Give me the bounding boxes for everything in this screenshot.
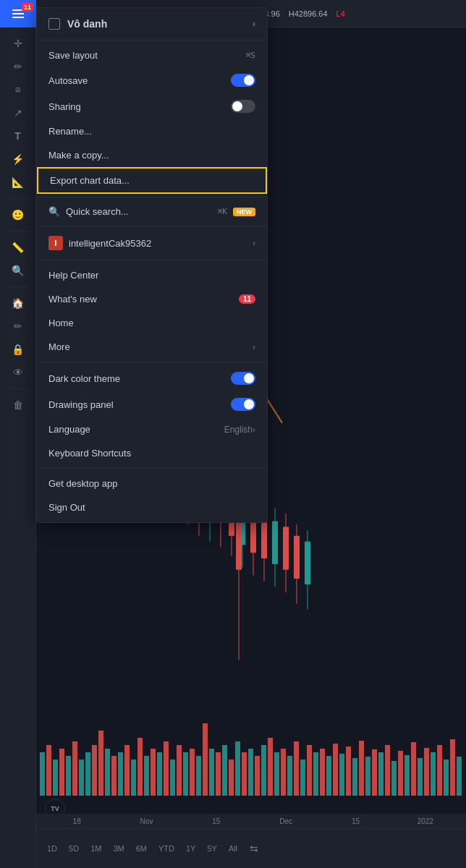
svg-rect-96 [326, 756, 331, 796]
svg-rect-81 [229, 760, 234, 796]
timeframe-5d[interactable]: 5D [64, 841, 84, 856]
svg-rect-87 [268, 738, 273, 796]
sidebar-measure-icon[interactable]: 📐 [5, 172, 31, 192]
svg-rect-112 [431, 752, 436, 796]
timeframe-5y[interactable]: 5Y [202, 841, 221, 856]
timeframe-1d[interactable]: 1D [42, 841, 62, 856]
sidebar-emoji-icon[interactable]: 🙂 [5, 205, 31, 225]
svg-rect-47 [294, 536, 300, 579]
svg-rect-95 [320, 749, 325, 796]
menu-item-sign-out[interactable]: Sign Out [37, 495, 267, 519]
sidebar-separator3 [8, 286, 28, 287]
replay-icon[interactable]: ⇆ [250, 843, 258, 854]
sidebar-pencil-icon[interactable]: ✏ [5, 56, 31, 77]
timeframe-ytd[interactable]: YTD [153, 841, 179, 856]
svg-rect-55 [59, 749, 64, 796]
menu-item-export-chart[interactable]: Export chart data... [37, 167, 267, 194]
quick-search-label: Quick search... [66, 206, 212, 217]
whats-new-label: What's new [48, 294, 239, 305]
menu-item-help-center[interactable]: Help Center [37, 263, 267, 287]
sidebar-ruler-icon[interactable]: 📏 [5, 237, 31, 258]
sidebar-lock-pencil-icon[interactable]: ✏ [5, 316, 31, 336]
dark-theme-toggle[interactable] [231, 372, 255, 385]
menu-item-more[interactable]: More › [37, 335, 267, 359]
header-checkbox[interactable] [48, 18, 60, 30]
drawings-panel-toggle-thumb [244, 399, 254, 409]
svg-rect-75 [190, 749, 195, 796]
sidebar-node-icon[interactable]: ⚡ [5, 149, 31, 169]
svg-rect-88 [274, 752, 279, 796]
menu-item-quick-search[interactable]: 🔍 Quick search... ⌘K NEW [37, 200, 267, 223]
menu-item-save-layout[interactable]: Save layout ⌘S [37, 43, 267, 67]
autosave-toggle[interactable] [231, 74, 255, 87]
svg-rect-77 [203, 723, 208, 796]
svg-rect-110 [418, 758, 423, 796]
time-label-2022: 2022 [391, 817, 460, 825]
sidebar-trash-icon[interactable]: 🗑 [5, 395, 31, 415]
timeframe-6m[interactable]: 6M [131, 841, 152, 856]
menu-item-home[interactable]: Home [37, 311, 267, 335]
svg-rect-115 [450, 739, 455, 796]
menu-item-sharing[interactable]: Sharing [37, 93, 267, 119]
svg-rect-116 [457, 757, 462, 796]
divider-3 [37, 226, 267, 226]
sharing-toggle[interactable] [231, 100, 255, 113]
svg-rect-65 [124, 745, 130, 796]
sidebar-home-icon[interactable]: 🏠 [5, 293, 31, 313]
sidebar-arrow-icon[interactable]: ↗ [5, 103, 31, 123]
timeframe-3m[interactable]: 3M [108, 841, 129, 856]
svg-rect-106 [391, 761, 397, 796]
volume-area [36, 709, 466, 796]
timeframe-1m[interactable]: 1M [85, 841, 106, 856]
drawings-panel-toggle[interactable] [231, 398, 255, 411]
svg-rect-97 [333, 744, 338, 796]
svg-rect-61 [98, 731, 103, 796]
dark-theme-label: Dark color theme [48, 373, 231, 384]
menu-item-drawings-panel[interactable]: Drawings panel [37, 391, 267, 417]
price-high: H42896.64 [289, 9, 328, 18]
svg-rect-67 [137, 738, 143, 796]
svg-rect-59 [85, 752, 90, 796]
svg-rect-109 [411, 742, 416, 796]
rename-label: Rename... [48, 126, 255, 137]
sidebar-lines-icon[interactable]: ≡ [5, 80, 31, 100]
svg-rect-83 [242, 752, 247, 796]
sidebar-separator2 [8, 231, 28, 231]
svg-rect-80 [222, 745, 227, 796]
menu-item-get-desktop[interactable]: Get desktop app [37, 472, 267, 495]
timeframe-all[interactable]: All [224, 841, 242, 856]
svg-rect-92 [300, 760, 305, 796]
svg-rect-56 [66, 756, 71, 796]
volume-chart [36, 709, 466, 796]
drawings-panel-label: Drawings panel [48, 399, 231, 410]
svg-rect-73 [177, 745, 182, 796]
menu-item-whats-new[interactable]: What's new 11 [37, 287, 267, 311]
svg-rect-78 [209, 749, 214, 796]
menu-item-keyboard-shortcuts[interactable]: Keyboard Shortcuts [37, 441, 267, 465]
menu-item-autosave[interactable]: Autosave [37, 67, 267, 93]
sidebar-text-icon[interactable]: T [5, 126, 31, 146]
svg-rect-57 [72, 741, 77, 796]
menu-item-language[interactable]: Language English › [37, 417, 267, 441]
menu-item-make-copy[interactable]: Make a copy... [37, 143, 267, 167]
timeframe-1y[interactable]: 1Y [181, 841, 200, 856]
sidebar-zoom-icon[interactable]: 🔍 [5, 260, 31, 281]
sidebar-lock-icon[interactable]: 🔒 [5, 339, 31, 359]
autosave-label: Autosave [48, 75, 231, 86]
menu-item-rename[interactable]: Rename... [37, 119, 267, 143]
svg-rect-100 [352, 758, 357, 796]
svg-rect-108 [404, 755, 410, 796]
menu-button[interactable]: 11 [0, 0, 36, 27]
sidebar-cursor-icon[interactable]: ✛ [5, 33, 31, 54]
svg-rect-93 [307, 745, 312, 796]
menu-title: Vô danh [67, 18, 107, 30]
svg-rect-82 [235, 741, 240, 796]
menu-item-user[interactable]: I intelligentCak95362 › [37, 229, 267, 257]
svg-rect-52 [40, 752, 45, 796]
menu-header[interactable]: Vô danh › [37, 11, 267, 37]
menu-item-dark-theme[interactable]: Dark color theme [37, 365, 267, 391]
sidebar-eye-icon[interactable]: 👁 [5, 362, 31, 383]
user-arrow-icon: › [253, 238, 255, 248]
export-chart-label: Export chart data... [50, 175, 254, 186]
svg-rect-66 [131, 760, 136, 796]
